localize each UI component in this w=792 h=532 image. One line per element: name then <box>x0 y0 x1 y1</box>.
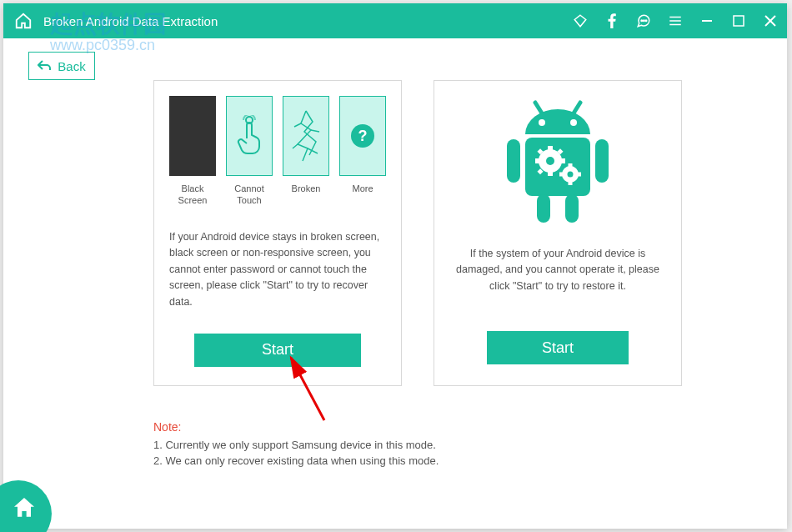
broken-icon <box>283 96 329 176</box>
svg-rect-26 <box>535 158 540 163</box>
svg-rect-27 <box>560 158 565 163</box>
note-title: Note: <box>153 420 737 434</box>
home-icon <box>12 9 35 33</box>
back-button[interactable]: Back <box>28 52 95 80</box>
svg-point-22 <box>546 157 554 165</box>
svg-rect-17 <box>595 139 609 183</box>
facebook-icon[interactable] <box>604 13 620 29</box>
recover-description: If your Android device stays in broken s… <box>169 229 386 310</box>
titlebar-actions <box>572 13 779 29</box>
svg-point-13 <box>539 119 545 126</box>
start-restore-button[interactable]: Start <box>487 331 629 364</box>
close-icon[interactable] <box>762 13 779 29</box>
svg-rect-18 <box>537 194 550 223</box>
black-screen-tile[interactable]: Black Screen <box>168 96 218 208</box>
svg-rect-34 <box>577 173 581 177</box>
svg-point-0 <box>641 20 643 22</box>
android-gear-icon <box>495 96 620 229</box>
app-window: Broken Android Data Extraction <box>3 3 787 529</box>
svg-point-1 <box>644 20 645 22</box>
black-screen-label: Black Screen <box>168 183 218 208</box>
black-screen-icon <box>169 96 216 176</box>
note-line-2: 2. We can only recover existing data whe… <box>153 454 737 467</box>
notes-section: Note: 1. Currently we only support Samsu… <box>153 420 737 470</box>
svg-rect-19 <box>565 194 579 223</box>
svg-point-14 <box>570 119 577 126</box>
cannot-touch-label: Cannot Touch <box>224 183 274 208</box>
svg-point-2 <box>645 20 647 22</box>
svg-rect-33 <box>559 173 564 177</box>
broken-tile[interactable]: Broken <box>281 96 331 208</box>
question-mark-icon: ? <box>351 124 374 148</box>
titlebar: Broken Android Data Extraction <box>3 3 787 38</box>
restore-system-panel: If the system of your Android device is … <box>434 80 682 386</box>
maximize-icon[interactable] <box>730 13 747 29</box>
cannot-touch-tile[interactable]: Cannot Touch <box>224 96 274 208</box>
minimize-icon[interactable] <box>699 13 715 29</box>
svg-rect-16 <box>507 139 520 183</box>
start-recover-button[interactable]: Start <box>194 334 361 367</box>
window-title: Broken Android Data Extraction <box>43 14 572 28</box>
more-label: More <box>352 183 373 208</box>
back-arrow-icon <box>38 59 51 73</box>
note-line-1: 1. Currently we only support Samsung dev… <box>153 439 737 451</box>
broken-label: Broken <box>292 183 321 208</box>
more-icon: ? <box>339 96 386 176</box>
svg-rect-7 <box>734 16 744 26</box>
menu-icon[interactable] <box>667 13 684 29</box>
recover-data-panel: Black Screen Cannot Touch <box>153 80 402 386</box>
feedback-icon[interactable] <box>635 13 652 29</box>
content-row: Black Screen Cannot Touch <box>153 80 737 386</box>
svg-rect-24 <box>548 146 553 151</box>
svg-rect-31 <box>569 163 573 168</box>
more-tile[interactable]: ? More <box>338 96 388 208</box>
svg-rect-25 <box>548 171 553 176</box>
restore-description: If the system of your Android device is … <box>449 246 666 294</box>
back-label: Back <box>58 59 85 73</box>
home-fab-button[interactable] <box>0 480 52 532</box>
svg-rect-32 <box>569 181 573 185</box>
cannot-touch-icon <box>226 96 273 176</box>
svg-point-23 <box>568 172 574 178</box>
diamond-icon[interactable] <box>572 13 589 29</box>
scenario-icons: Black Screen Cannot Touch <box>168 96 388 208</box>
